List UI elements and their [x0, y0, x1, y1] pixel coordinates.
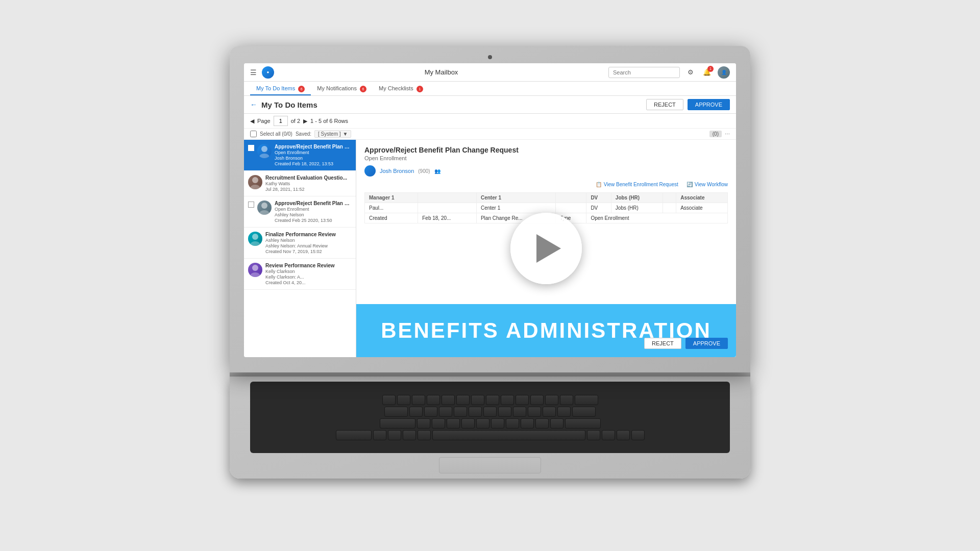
- saved-filter-dropdown[interactable]: [ System ] ▼: [314, 130, 351, 138]
- prev-page[interactable]: ◀: [250, 118, 254, 124]
- notification-badge: 1: [707, 66, 714, 72]
- key: [521, 418, 534, 429]
- reject-button[interactable]: REJECT: [646, 99, 683, 110]
- key: [557, 407, 571, 417]
- key: [461, 418, 475, 429]
- play-button[interactable]: [510, 213, 582, 284]
- page-header: ← My To Do Items REJECT APPROVE: [244, 96, 736, 114]
- svg-point-3: [250, 185, 260, 189]
- more-options-icon[interactable]: ⋯: [725, 131, 730, 137]
- key-backspace: [575, 395, 598, 405]
- key-space: [432, 430, 585, 440]
- filter-row: Select all (0/0) Saved: [ System ] ▼ (0)…: [244, 129, 736, 140]
- key: [442, 395, 455, 405]
- key-enter: [572, 407, 596, 417]
- page-input[interactable]: [274, 116, 288, 126]
- dropdown-arrow: ▼: [343, 131, 348, 137]
- key-shift-l: [336, 430, 372, 440]
- key: [631, 430, 645, 440]
- key: [486, 395, 499, 405]
- tab-checklists[interactable]: My Checklists 1: [373, 83, 429, 95]
- todo-item-author-1: Josh Bronson: [275, 156, 352, 161]
- tab-todo-items[interactable]: My To Do Items 6: [250, 83, 311, 95]
- todo-item-title-5: Review Performance Review: [265, 263, 352, 268]
- key: [403, 430, 416, 440]
- key: [506, 418, 519, 429]
- todo-item-title-1: Approve/Reject Benefit Plan Cha...: [275, 144, 352, 149]
- svg-point-9: [250, 272, 260, 277]
- page-label: Page: [257, 118, 271, 124]
- app-logo: ●: [262, 66, 274, 79]
- key: [412, 395, 425, 405]
- keyboard-keys: [250, 382, 730, 453]
- key-row-3: [254, 418, 726, 429]
- key: [454, 407, 467, 417]
- rows-label: 1 - 5 of 6 Rows: [310, 118, 348, 124]
- laptop-hinge: [230, 372, 750, 377]
- detail-panel: Approve/Reject Benefit Plan Change Reque…: [356, 140, 736, 357]
- select-all-checkbox[interactable]: [250, 131, 257, 137]
- bottom-approve-button[interactable]: APPROVE: [685, 338, 728, 349]
- laptop-screen-shell: ☰ ● My Mailbox ⚙ 🔔 1 👤 My: [230, 46, 750, 372]
- saved-label: Saved:: [296, 131, 311, 137]
- filter-right: (0) ⋯: [709, 131, 730, 137]
- back-button[interactable]: ←: [250, 101, 257, 109]
- key: [587, 430, 600, 440]
- filter-count: (0): [709, 131, 722, 137]
- key: [530, 395, 544, 405]
- bottom-reject-button[interactable]: REJECT: [644, 338, 681, 349]
- header-buttons: REJECT APPROVE: [646, 99, 730, 110]
- settings-icon[interactable]: ⚙: [685, 67, 696, 78]
- app-ui: ☰ ● My Mailbox ⚙ 🔔 1 👤 My: [244, 63, 736, 357]
- todo-item-1[interactable]: Approve/Reject Benefit Plan Cha... Open …: [244, 140, 356, 171]
- todo-item-sub-4: Ashley Nelson: [265, 238, 352, 243]
- todo-badge: 6: [298, 86, 305, 92]
- todo-item-5[interactable]: Review Performance Review Kelly Clarkson…: [244, 259, 356, 290]
- key: [476, 418, 489, 429]
- todo-checkbox-3[interactable]: [248, 202, 254, 208]
- tab-notifications[interactable]: My Notifications 6: [311, 83, 373, 95]
- key: [439, 407, 452, 417]
- key-tab: [384, 407, 408, 417]
- key: [417, 418, 430, 429]
- todo-item-2[interactable]: Recruitment Evaluation Questio... Kathy …: [244, 171, 356, 196]
- trackpad[interactable]: [439, 457, 541, 473]
- laptop-screen: ☰ ● My Mailbox ⚙ 🔔 1 👤 My: [244, 63, 736, 357]
- todo-item-date-5: Created Oct 4, 20...: [265, 280, 352, 285]
- top-nav: ☰ ● My Mailbox ⚙ 🔔 1 👤: [244, 63, 736, 82]
- todo-checkbox-1[interactable]: [248, 145, 254, 151]
- key: [382, 395, 396, 405]
- todo-item-3[interactable]: Approve/Reject Benefit Plan Cha... Open …: [244, 196, 356, 228]
- key: [469, 407, 482, 417]
- search-input[interactable]: [608, 67, 680, 78]
- todo-item-4[interactable]: Finalize Performance Review Ashley Nelso…: [244, 228, 356, 259]
- key: [513, 407, 526, 417]
- key: [528, 407, 541, 417]
- todo-item-date-2: Jul 28, 2021, 11:52: [265, 187, 352, 192]
- hamburger-icon[interactable]: ☰: [250, 68, 257, 77]
- key: [516, 395, 529, 405]
- user-avatar[interactable]: 👤: [718, 66, 730, 79]
- nav-title: My Mailbox: [279, 68, 603, 76]
- key-shift-r: [565, 418, 601, 429]
- todo-list: Approve/Reject Benefit Plan Cha... Open …: [244, 140, 356, 357]
- todo-item-sub-1: Open Enrollment: [275, 150, 352, 155]
- key-row-4: [254, 430, 726, 440]
- laptop-camera: [488, 55, 492, 59]
- todo-item-author-3: Ashley Nelson: [275, 212, 352, 217]
- todo-item-title-3: Approve/Reject Benefit Plan Cha...: [275, 201, 352, 206]
- next-page[interactable]: ▶: [303, 118, 307, 124]
- laptop-frame: ☰ ● My Mailbox ⚙ 🔔 1 👤 My: [230, 46, 750, 505]
- notifications-badge: 6: [360, 86, 366, 92]
- notifications-icon[interactable]: 🔔 1: [701, 67, 713, 78]
- benefits-banner: BENEFITS ADMINISTRATION: [356, 304, 736, 357]
- key: [456, 395, 470, 405]
- key: [501, 395, 514, 405]
- key: [535, 418, 549, 429]
- todo-item-sub2-4: Ashley Nelson: Annual Review: [265, 243, 352, 248]
- todo-text-4: Finalize Performance Review Ashley Nelso…: [265, 232, 352, 254]
- approve-button[interactable]: APPROVE: [688, 99, 730, 110]
- svg-point-7: [250, 241, 260, 246]
- todo-text-2: Recruitment Evaluation Questio... Kathy …: [265, 175, 352, 192]
- todo-text-5: Review Performance Review Kelly Clarkson…: [265, 263, 352, 285]
